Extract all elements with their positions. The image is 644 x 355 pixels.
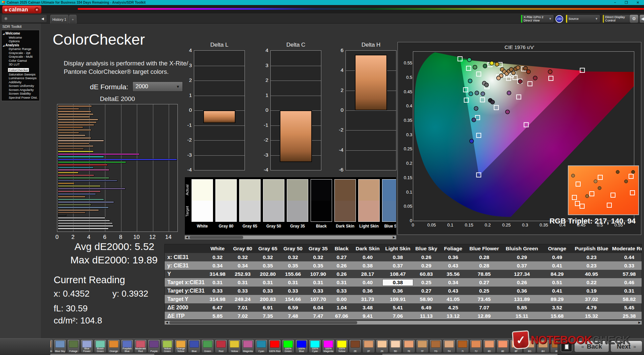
patch-button-100-yellow[interactable]: 100% Yellow xyxy=(335,339,348,353)
sidebar-item-luminance-sweeps[interactable]: Luminance Sweeps xyxy=(3,76,39,80)
patch-button-100-red[interactable]: 100% Red xyxy=(268,339,281,353)
patch-button-7i[interactable]: 7I xyxy=(456,339,469,353)
patch-button-yellow[interactable]: Yellow xyxy=(228,339,241,353)
scroll-left-icon[interactable]: ◀ xyxy=(166,321,168,324)
scroll-right-icon[interactable]: ▶ xyxy=(638,321,641,324)
table-cell: 0.51 xyxy=(542,280,572,286)
patch-button-green[interactable]: Green xyxy=(201,339,214,353)
meter-dropdown[interactable]: X-Rite i1Pro 2 Direct View ▼ xyxy=(521,14,554,23)
sidebar-item-grayscale-multi[interactable]: Grayscale - Multi xyxy=(3,55,39,59)
tree-expander-icon[interactable]: ◢ xyxy=(3,32,4,36)
patch-button-orange[interactable]: Orange xyxy=(107,339,120,353)
deltae-bar xyxy=(58,111,91,112)
patch-button-2e[interactable]: 2E xyxy=(349,339,362,353)
calman-logo-button[interactable]: ◈ calman ▼ xyxy=(2,5,42,14)
restore-button[interactable]: ❐ xyxy=(625,1,628,4)
patch-button-8e[interactable]: 8E xyxy=(496,339,509,353)
sidebar-item-dynamic-range[interactable]: Dynamic Range xyxy=(3,47,39,51)
patch-button-7e[interactable]: 7E xyxy=(402,339,415,353)
patch-button-7h[interactable]: 7H xyxy=(443,339,455,353)
scrollbar-thumb[interactable] xyxy=(190,236,243,239)
patch-button-light-skin[interactable]: Light Skin xyxy=(50,339,53,353)
layout-panel[interactable]: ◀ xyxy=(1,14,47,22)
scroll-left-icon[interactable]: ◀ xyxy=(186,236,188,239)
patch-button-2f[interactable]: 2F xyxy=(362,339,375,353)
collapse-left-icon[interactable]: ◀ xyxy=(41,17,44,20)
patch-button-8f[interactable]: 8F xyxy=(510,339,523,353)
patch-display-button[interactable] xyxy=(561,341,572,352)
patch-button-7g[interactable]: 7G xyxy=(429,339,442,353)
tree-expander-icon[interactable]: ◢ xyxy=(3,44,4,48)
patch-button-8h[interactable]: 8H xyxy=(537,339,549,353)
patch-button-orange-yellow[interactable]: Orange Yellow xyxy=(174,339,187,353)
table-cell: 314.98 xyxy=(205,271,230,277)
sidebar-item-3d-lut[interactable]: 3D LUT xyxy=(3,62,39,66)
patch-button-moderate-red[interactable]: Moderate Red xyxy=(134,339,147,353)
patch-button-100-blue[interactable]: 100% Blue xyxy=(295,339,308,353)
deltae-bar xyxy=(58,180,117,182)
patch-button-blue-flower[interactable]: Blue Flower xyxy=(80,339,93,353)
patch-button-label: 5D xyxy=(389,350,401,353)
inset-measured-marker xyxy=(571,174,575,178)
sidebar-item-saturation-sweeps[interactable]: Saturation Sweeps xyxy=(3,72,39,77)
sidebar-item-additivity[interactable]: Additivity xyxy=(3,80,39,84)
patch-button-blue[interactable]: Blue xyxy=(188,339,201,353)
patch-button-8i[interactable]: 8I xyxy=(550,339,557,353)
patch-button-blue-sky[interactable]: Blue Sky xyxy=(54,339,66,353)
close-button[interactable]: ✕ xyxy=(637,1,639,4)
patch-button-100-green[interactable]: 100% Green xyxy=(282,339,294,353)
tree-section-welcome[interactable]: ◢Welcome xyxy=(3,32,39,36)
collapse-right-button[interactable]: ◀ xyxy=(639,14,644,23)
patch-button-foliage[interactable]: Foliage xyxy=(67,339,80,353)
logo-menu-caret-icon[interactable]: ▼ xyxy=(35,7,39,12)
patch-button-100-cyan[interactable]: 100% Cyan xyxy=(309,339,321,353)
table-scrollbar[interactable]: ◀ ▶ xyxy=(164,320,642,325)
swatch-scrollbar[interactable]: ◀ ▶ xyxy=(184,235,396,240)
tree-section-analysis[interactable]: ◢Analysis xyxy=(3,43,39,47)
sidebar-item-welcome[interactable]: Welcome xyxy=(3,36,39,40)
patch-color-chip xyxy=(404,341,414,348)
patch-button-7f[interactable]: 7F xyxy=(416,339,429,353)
patch-button-red[interactable]: Red xyxy=(215,339,227,353)
patch-bar-scrollbar[interactable] xyxy=(50,354,557,355)
scroll-right-icon[interactable]: ▶ xyxy=(393,236,395,239)
patch-button-8g[interactable]: 8G xyxy=(523,339,536,353)
sidebar-item-screen-stability[interactable]: Screen Stability xyxy=(3,92,39,96)
patch-button-cyan[interactable]: Cyan xyxy=(255,339,268,353)
measured-marker xyxy=(467,58,471,62)
settings-button[interactable]: ⚙ xyxy=(629,14,639,23)
minimize-button[interactable]: – xyxy=(614,1,616,4)
patch-button-purplish-blue[interactable]: Purplish Blue xyxy=(121,339,133,353)
patch-button-8d[interactable]: 8D xyxy=(483,339,496,353)
tab-history-1[interactable]: History 1 xyxy=(50,15,68,23)
scrollbar-thumb[interactable] xyxy=(154,354,382,355)
patch-gray-35 xyxy=(287,179,308,222)
patch-color-chip xyxy=(418,341,427,348)
table-cell: 58.90 xyxy=(413,296,440,302)
sidebar-item-grayscale-2pt[interactable]: Grayscale - 2pt xyxy=(3,51,39,55)
patch-button-5d[interactable]: 5D xyxy=(389,339,402,353)
back-button[interactable]: « Back xyxy=(574,341,609,352)
table-cell: 12.89 xyxy=(467,313,502,319)
patch-button-magenta[interactable]: Magenta xyxy=(241,339,254,353)
sidebar-item-color-gamut[interactable]: Color Gamut xyxy=(3,59,39,63)
patch-button-yellow-green[interactable]: Yellow Green xyxy=(161,339,174,353)
patch-color-chip xyxy=(444,341,454,348)
table-cell: 0.35 xyxy=(280,263,306,269)
patch-button-bluish-green[interactable]: Bluish Green xyxy=(94,339,107,353)
de-formula-dropdown[interactable]: 2000 ▼ xyxy=(132,82,183,92)
sidebar-item-screen-uniformity[interactable]: Screen Uniformity xyxy=(3,84,39,88)
patch-button-100-magenta[interactable]: 100% Magenta xyxy=(322,339,335,353)
sidebar-item-options[interactable]: Options xyxy=(3,39,39,43)
patch-button-2k[interactable]: 2K xyxy=(376,339,388,353)
sidebar-item-spectral-power-dist-[interactable]: Spectral Power Dist. xyxy=(3,96,39,100)
sidebar-item-colorchecker[interactable]: ColorChecker xyxy=(8,68,29,72)
next-button[interactable]: Next » xyxy=(610,341,642,352)
source-dropdown[interactable]: Source ▼ xyxy=(566,14,600,23)
patch-button-purple[interactable]: Purple xyxy=(148,339,160,353)
deltae-bar xyxy=(58,209,99,211)
sidebar-item-screen-angularity[interactable]: Screen Angularity xyxy=(3,88,39,92)
scrollbar-thumb[interactable] xyxy=(169,321,357,324)
tab-add[interactable]: + xyxy=(69,15,76,23)
patch-button-7j[interactable]: 7J xyxy=(470,339,482,353)
